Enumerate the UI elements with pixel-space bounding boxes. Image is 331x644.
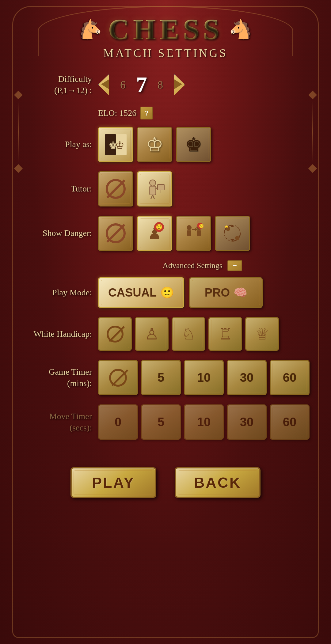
danger-all-button[interactable]: 😟 (176, 216, 211, 251)
game-timer-5-label: 5 (158, 371, 164, 385)
svg-marker-0 (101, 77, 113, 92)
elo-label: ELO: 1526 (98, 108, 136, 118)
pro-icon: 🧠 (234, 286, 247, 299)
move-timer-5-label: 5 (158, 415, 164, 429)
move-timer-30-button[interactable]: 30 (227, 404, 267, 440)
move-timer-5-button[interactable]: 5 (141, 404, 181, 440)
play-as-random-button[interactable]: ♚ ♔ (98, 127, 133, 162)
svg-rect-10 (158, 184, 164, 190)
svg-line-8 (151, 195, 153, 199)
tutor-off-button[interactable] (98, 171, 133, 206)
move-timer-60-button[interactable]: 60 (270, 404, 310, 440)
white-handicap-label: White Handicap: (25, 328, 92, 339)
advanced-settings-row: Advanced Settings − (25, 260, 306, 271)
danger-cycle-button[interactable]: 😟 (215, 216, 250, 251)
game-timer-10-button[interactable]: 10 (184, 360, 224, 395)
svg-text:😟: 😟 (199, 223, 204, 229)
difficulty-next: 8 (158, 78, 163, 91)
game-timer-5-button[interactable]: 5 (141, 360, 181, 395)
no-icon (106, 179, 126, 199)
game-timer-label: Game Timer(mins): (25, 366, 92, 389)
difficulty-label: Difficulty(P,1→12) : (25, 74, 92, 96)
play-as-label: Play as: (25, 139, 92, 150)
handicap-knight-button[interactable]: ♘ (172, 317, 205, 351)
play-mode-row: Play Mode: CASUAL 🙂 PRO 🧠 (25, 277, 306, 308)
svg-rect-16 (197, 230, 201, 236)
play-as-black-button[interactable]: ♚ (176, 127, 211, 162)
play-mode-casual-label: CASUAL (108, 286, 157, 299)
move-timer-0-button[interactable]: 0 (98, 404, 138, 440)
difficulty-decrease-button[interactable] (98, 74, 116, 96)
play-as-white-button[interactable]: ♔ (137, 127, 172, 162)
play-mode-casual-button[interactable]: CASUAL 🙂 (98, 277, 184, 308)
bottom-buttons: PLAY BACK (0, 455, 331, 516)
ornament-left (9, 92, 28, 172)
header: 🐴 CHESS 🐴 MATCH SETTINGS (0, 0, 331, 66)
svg-line-9 (153, 195, 154, 199)
svg-rect-14 (187, 230, 191, 236)
tutor-label: Tutor: (25, 183, 92, 194)
knight-right-icon: 🐴 (229, 18, 252, 40)
play-mode-pro-label: PRO (205, 286, 230, 299)
play-mode-label: Play Mode: (25, 287, 92, 298)
game-timer-60-label: 60 (283, 371, 297, 385)
game-timer-controls: 5 10 30 60 (98, 360, 310, 395)
move-timer-row: Move Timer(secs): 0 5 10 30 60 (25, 404, 306, 440)
move-timer-0-label: 0 (115, 415, 121, 429)
ornament-right (303, 92, 322, 172)
svg-point-6 (150, 180, 156, 186)
back-button[interactable]: BACK (175, 467, 261, 498)
app-title: CHESS (108, 12, 223, 46)
white-handicap-row: White Handicap: ♙ ♘ ♖ (25, 317, 306, 351)
casual-smile-icon: 🙂 (160, 286, 174, 299)
svg-text:♔: ♔ (115, 139, 124, 151)
svg-point-13 (187, 225, 192, 230)
tutor-on-button[interactable] (137, 171, 172, 206)
elo-help-button[interactable]: ? (140, 107, 153, 119)
difficulty-current: 7 (129, 72, 154, 97)
move-timer-10-label: 10 (197, 415, 211, 429)
game-timer-30-label: 30 (240, 371, 254, 385)
move-timer-60-label: 60 (283, 415, 297, 429)
advanced-settings-label: Advanced Settings (162, 261, 223, 270)
svg-point-25 (235, 236, 239, 240)
move-timer-30-label: 30 (240, 415, 254, 429)
svg-rect-7 (150, 186, 156, 195)
difficulty-prev: 6 (120, 78, 126, 91)
game-timer-off-button[interactable] (98, 360, 138, 395)
danger-current-button[interactable]: ♟ 😟 (137, 216, 172, 251)
difficulty-row: Difficulty(P,1→12) : 6 7 8 (25, 72, 306, 97)
move-timer-controls: 0 5 10 30 60 (98, 404, 310, 440)
danger-off-button[interactable] (98, 216, 133, 251)
svg-text:😟: 😟 (225, 225, 228, 228)
game-timer-row: Game Timer(mins): 5 10 30 60 (25, 360, 306, 395)
move-timer-10-button[interactable]: 10 (184, 404, 224, 440)
white-handicap-controls: ♙ ♘ ♖ ♕ (98, 317, 279, 351)
move-timer-label: Move Timer(secs): (25, 411, 92, 433)
game-timer-10-label: 10 (197, 371, 211, 385)
show-danger-row: Show Danger: ♟ 😟 (25, 216, 306, 251)
no-danger-icon (106, 223, 126, 243)
svg-marker-1 (170, 77, 182, 92)
game-timer-30-button[interactable]: 30 (227, 360, 267, 395)
game-timer-60-button[interactable]: 60 (270, 360, 310, 395)
page-title: MATCH SETTINGS (6, 46, 325, 60)
handicap-pawn-button[interactable]: ♙ (135, 317, 169, 351)
advanced-settings-toggle-button[interactable]: − (227, 260, 242, 271)
play-as-row: Play as: ♚ ♔ ♔ (25, 127, 306, 162)
handicap-rook-button[interactable]: ♖ (208, 317, 242, 351)
play-button[interactable]: PLAY (70, 467, 156, 498)
play-mode-pro-button[interactable]: PRO 🧠 (189, 277, 263, 308)
handicap-off-button[interactable] (98, 317, 132, 351)
difficulty-increase-button[interactable] (167, 74, 185, 96)
tutor-row: Tutor: (25, 171, 306, 206)
handicap-queen-button[interactable]: ♕ (245, 317, 279, 351)
difficulty-controls: 6 7 8 (98, 72, 185, 97)
knight-left-icon: 🐴 (79, 18, 102, 40)
show-danger-label: Show Danger: (25, 228, 92, 239)
